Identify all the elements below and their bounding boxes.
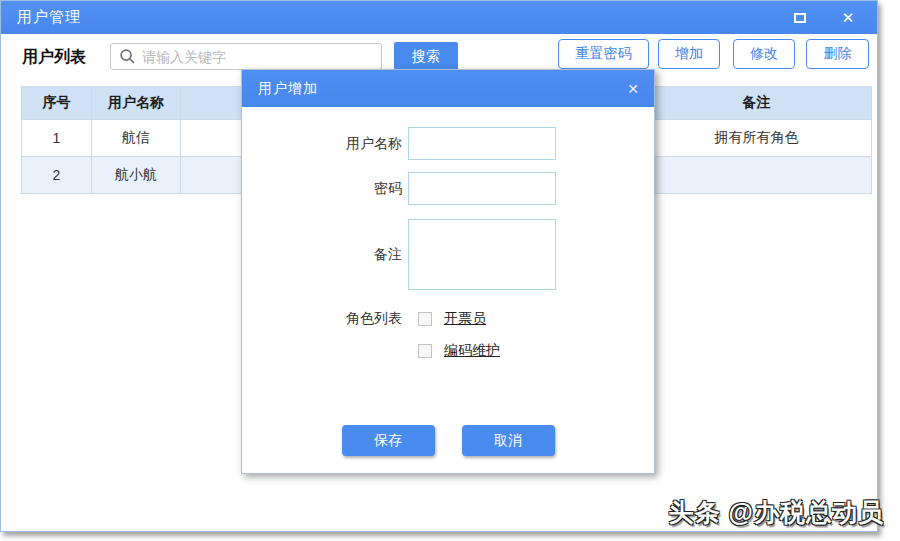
user-management-window: 用户管理 ✕ 用户列表 搜索 重置密码 增加 修改 删除 序号 用户名称 xyxy=(0,0,878,532)
delete-button[interactable]: 删除 xyxy=(806,39,869,69)
cell-remark xyxy=(642,157,872,194)
restore-button[interactable] xyxy=(787,7,813,29)
reset-password-button[interactable]: 重置密码 xyxy=(558,39,649,69)
search-input[interactable] xyxy=(142,45,381,68)
user-list-label: 用户列表 xyxy=(22,47,86,68)
remark-field[interactable] xyxy=(408,219,556,290)
username-row: 用户名称 xyxy=(242,127,654,160)
dialog-titlebar: 用户增加 ✕ xyxy=(242,70,654,107)
cell-index: 1 xyxy=(22,120,92,157)
checkbox-code-maintenance[interactable] xyxy=(418,344,432,358)
search-box xyxy=(110,43,382,70)
add-user-dialog: 用户增加 ✕ 用户名称 密码 备注 角色列表 开票员 编码 xyxy=(241,69,655,474)
watermark-text: 头条 @办税总动员 xyxy=(669,496,884,529)
header-index: 序号 xyxy=(22,87,92,120)
role-label: 开票员 xyxy=(444,310,486,328)
role-item-code-maintenance[interactable]: 编码维护 xyxy=(418,342,500,360)
role-label: 编码维护 xyxy=(444,342,500,360)
password-field[interactable] xyxy=(408,172,556,205)
save-button[interactable]: 保存 xyxy=(342,425,435,456)
add-button[interactable]: 增加 xyxy=(658,39,720,69)
username-label: 用户名称 xyxy=(242,135,402,153)
roles-list: 开票员 编码维护 xyxy=(418,310,500,360)
window-title: 用户管理 xyxy=(17,8,81,27)
role-item-invoicer[interactable]: 开票员 xyxy=(418,310,500,328)
header-remark: 备注 xyxy=(642,87,872,120)
roles-label: 角色列表 xyxy=(242,310,402,328)
cell-index: 2 xyxy=(22,157,92,194)
dialog-title: 用户增加 xyxy=(258,80,318,98)
header-username: 用户名称 xyxy=(92,87,181,120)
search-button[interactable]: 搜索 xyxy=(394,42,458,71)
cancel-button[interactable]: 取消 xyxy=(462,425,555,456)
checkbox-invoicer[interactable] xyxy=(418,312,432,326)
cell-username: 航信 xyxy=(92,120,181,157)
close-icon: ✕ xyxy=(842,9,855,27)
password-row: 密码 xyxy=(242,172,654,205)
remark-label: 备注 xyxy=(242,246,402,264)
window-controls: ✕ xyxy=(787,7,861,29)
dialog-close-button[interactable]: ✕ xyxy=(627,81,639,97)
search-icon xyxy=(119,48,136,65)
roles-row: 角色列表 开票员 编码维护 xyxy=(242,310,654,360)
restore-icon xyxy=(794,13,806,23)
cell-username: 航小航 xyxy=(92,157,181,194)
username-field[interactable] xyxy=(408,127,556,160)
cell-remark: 拥有所有角色 xyxy=(642,120,872,157)
remark-row: 备注 xyxy=(242,219,654,290)
titlebar: 用户管理 ✕ xyxy=(1,1,877,34)
modify-button[interactable]: 修改 xyxy=(733,39,795,69)
password-label: 密码 xyxy=(242,180,402,198)
window-close-button[interactable]: ✕ xyxy=(835,7,861,29)
dialog-buttons: 保存 取消 xyxy=(242,425,654,456)
